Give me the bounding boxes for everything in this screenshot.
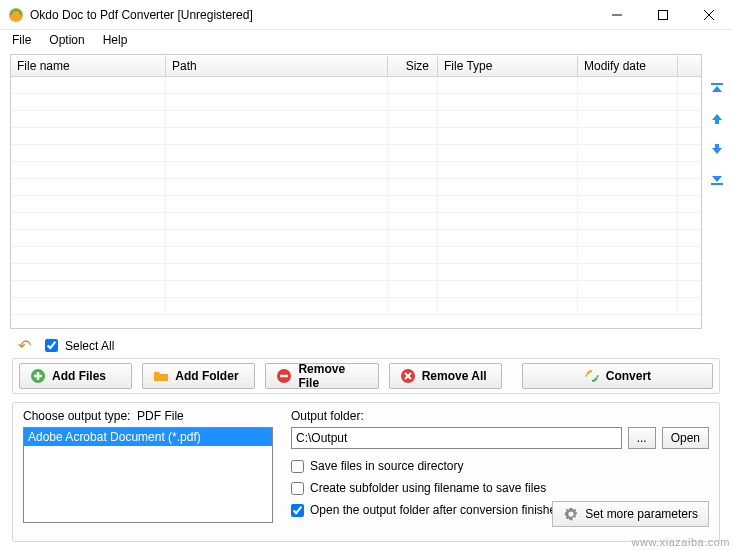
minus-icon: [276, 368, 292, 384]
move-down-icon[interactable]: [708, 140, 726, 158]
select-all-input[interactable]: [45, 339, 58, 352]
plus-icon: [30, 368, 46, 384]
menu-bar: File Option Help: [0, 30, 732, 50]
remove-all-button[interactable]: Remove All: [389, 363, 502, 389]
title-bar: Okdo Doc to Pdf Converter [Unregistered]: [0, 0, 732, 30]
folder-icon: [153, 368, 169, 384]
window-title: Okdo Doc to Pdf Converter [Unregistered]: [30, 8, 594, 22]
column-filetype[interactable]: File Type: [438, 55, 578, 76]
reorder-buttons: [708, 80, 726, 188]
convert-icon: [584, 368, 600, 384]
menu-option[interactable]: Option: [41, 31, 92, 49]
menu-file[interactable]: File: [4, 31, 39, 49]
toolbar: Add Files Add Folder Remove File Remove …: [12, 358, 720, 394]
minimize-button[interactable]: [594, 0, 640, 30]
file-list-body[interactable]: [11, 77, 701, 328]
up-folder-icon[interactable]: ↶: [18, 336, 31, 355]
column-modifydate[interactable]: Modify date: [578, 55, 678, 76]
browse-button[interactable]: ...: [628, 427, 656, 449]
app-icon: [8, 7, 24, 23]
convert-button[interactable]: Convert: [522, 363, 713, 389]
opt-create-subfolder[interactable]: Create subfolder using filename to save …: [291, 481, 709, 495]
maximize-button[interactable]: [640, 0, 686, 30]
svg-rect-2: [715, 144, 719, 149]
opt-save-in-source[interactable]: Save files in source directory: [291, 459, 709, 473]
column-filename[interactable]: File name: [11, 55, 166, 76]
output-type-list[interactable]: Adobe Acrobat Document (*.pdf): [23, 427, 273, 523]
file-list: File name Path Size File Type Modify dat…: [10, 54, 702, 329]
remove-file-button[interactable]: Remove File: [265, 363, 378, 389]
column-size[interactable]: Size: [388, 55, 438, 76]
column-headers: File name Path Size File Type Modify dat…: [11, 55, 701, 77]
output-panel: Choose output type: PDF File Adobe Acrob…: [12, 402, 720, 542]
add-folder-button[interactable]: Add Folder: [142, 363, 255, 389]
output-type-value: PDF File: [137, 409, 184, 423]
output-type-heading: Choose output type: PDF File: [23, 409, 273, 423]
select-all-row: ↶ Select All: [18, 336, 114, 355]
set-more-parameters-button[interactable]: Set more parameters: [552, 501, 709, 527]
watermark: www.xiazaiba.com: [632, 536, 730, 548]
select-all-checkbox[interactable]: Select All: [41, 336, 114, 355]
column-path[interactable]: Path: [166, 55, 388, 76]
move-bottom-icon[interactable]: [708, 170, 726, 188]
add-files-button[interactable]: Add Files: [19, 363, 132, 389]
output-folder-label: Output folder:: [291, 409, 709, 423]
gear-icon: [563, 506, 579, 522]
svg-rect-1: [715, 119, 719, 124]
select-all-label: Select All: [65, 339, 114, 353]
output-type-item[interactable]: Adobe Acrobat Document (*.pdf): [24, 428, 272, 446]
move-up-icon[interactable]: [708, 110, 726, 128]
svg-rect-0: [659, 10, 668, 19]
opt-create-subfolder-checkbox[interactable]: [291, 482, 304, 495]
open-folder-button[interactable]: Open: [662, 427, 709, 449]
opt-open-after-checkbox[interactable]: [291, 504, 304, 517]
close-button[interactable]: [686, 0, 732, 30]
output-folder-input[interactable]: [291, 427, 622, 449]
output-type-label: Choose output type:: [23, 409, 130, 423]
x-icon: [400, 368, 416, 384]
menu-help[interactable]: Help: [95, 31, 136, 49]
move-top-icon[interactable]: [708, 80, 726, 98]
opt-save-in-source-checkbox[interactable]: [291, 460, 304, 473]
